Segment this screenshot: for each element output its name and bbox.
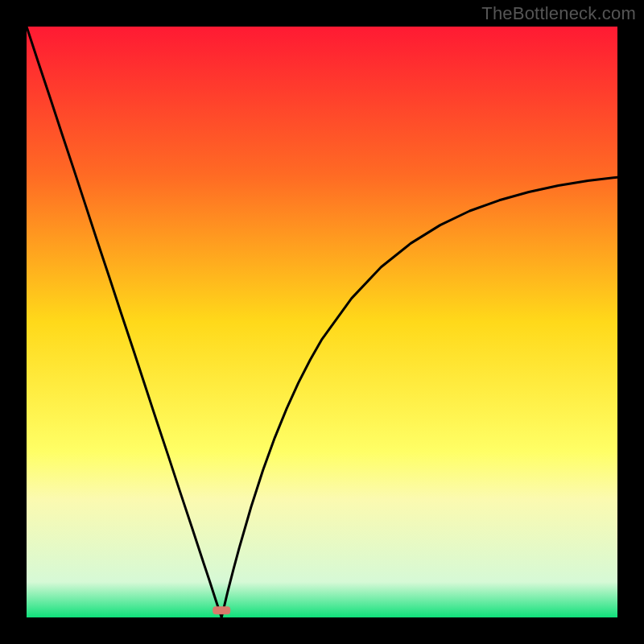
chart-svg — [27, 27, 617, 617]
minimum-marker — [213, 606, 230, 614]
plot-area — [27, 27, 617, 617]
gradient-background — [27, 27, 617, 617]
watermark-text: TheBottleneck.com — [481, 3, 636, 24]
chart-container: TheBottleneck.com — [0, 0, 644, 644]
